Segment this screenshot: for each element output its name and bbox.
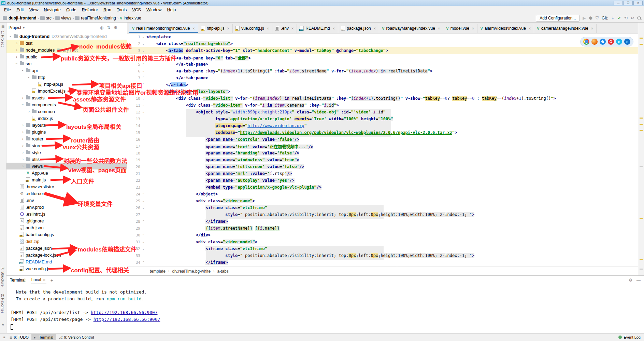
coverage-icon[interactable]: ⛉ [596,16,599,21]
tree-item-distzip[interactable]: dist.zip [6,238,127,245]
project-header[interactable]: Project ▼ ◎ ⇅ ⚙ — [6,23,127,33]
editor-tab[interactable]: VrealTimeMonitoring\index.vue✕ [129,24,198,33]
menu-view[interactable]: View [27,6,41,13]
breadcrumb-item[interactable]: realTimeMonitoring [75,16,116,21]
code-line[interactable]: 9⌄ <div class="flex-layouts"> [127,88,638,95]
code-line[interactable]: 30⌃ </div> [127,232,638,238]
chevron-icon[interactable]: › [21,130,25,134]
chevron-icon[interactable]: › [21,144,25,148]
code-line[interactable]: 31⌄ <div class="video-model"> [127,238,638,245]
editor-tab[interactable]: ValarmVideos\index.vue✕ [477,24,534,33]
chevron-icon[interactable]: › [27,109,31,113]
menu-navigate[interactable]: Navigate [41,6,63,13]
fold-marker[interactable]: ⌄ [140,206,146,209]
close-icon[interactable]: ✕ [43,278,45,282]
tree-item-assets[interactable]: ›assets [6,94,127,101]
code-line[interactable]: 24⌃ </object> [127,191,638,197]
tree-item-browserslistrc[interactable]: .browserslistrc [6,183,127,190]
breadcrumb-item[interactable]: src [40,16,52,21]
close-icon[interactable]: ✕ [291,27,294,30]
chevron-icon[interactable]: › [15,41,19,45]
code-line[interactable]: 26⌄ <iframe class="vlcIframe" [127,204,638,211]
locate-file-icon[interactable]: ◎ [100,25,103,30]
chevron-icon[interactable]: › [21,103,25,107]
fold-marker[interactable]: ⌄ [140,199,146,203]
menu-run[interactable]: Run [101,6,114,13]
collapse-all-icon[interactable]: ⇅ [107,25,110,30]
code-editor[interactable]: 1⌄<template>2⌄ <div class="realTime bg-w… [127,33,638,267]
chevron-icon[interactable]: › [21,123,25,127]
chevron-icon[interactable]: › [9,34,13,38]
code-line[interactable]: 29 {{item.streetName}} {{i.name}} [127,225,638,232]
tree-item-store[interactable]: ›store [6,142,127,149]
menu-window[interactable]: Window [144,6,164,13]
editor-tab[interactable]: VroadwayManage\index.vue✕ [379,24,443,33]
edge-icon[interactable]: e [624,39,630,45]
chevron-icon[interactable]: › [21,150,25,154]
tree-item-vueconfigjs[interactable]: vue.config.js [6,265,127,272]
tree-item-mainjs[interactable]: main.js [6,176,127,183]
code-line[interactable]: 33 style=" position:absolute;visibility:… [127,252,638,259]
editor-tab[interactable]: .env✕ [272,24,297,33]
chevron-icon[interactable]: › [15,62,19,66]
add-configuration-button[interactable]: Add Configuration... [536,15,579,22]
fold-marker[interactable]: ⌄ [140,69,146,73]
code-line[interactable]: 27 style=" position:absolute;visibility:… [127,211,638,218]
fold-marker[interactable]: ⌄ [140,97,146,100]
editor-tab[interactable]: VcameraManage\index.vue✕ [534,24,597,33]
search-everywhere-icon[interactable] [637,16,641,20]
fold-marker[interactable]: ⌃ [140,192,146,196]
code-line[interactable]: 28⌃ </iframe> [127,218,638,225]
fold-marker[interactable]: ⌄ [140,240,146,244]
maximize-button[interactable]: ❐ [624,1,633,5]
fold-marker[interactable]: ⌃ [140,76,146,80]
close-icon[interactable]: ✕ [192,27,195,30]
code-line[interactable]: 19 <param name="windowless" value="true"… [127,156,638,163]
chrome-icon[interactable] [583,39,589,45]
tree-item-duojifrontend[interactable]: ›duoji-frontendD:\zheheWeb\duoji-fronten… [6,33,127,40]
code-line[interactable]: 13 type='application/x-vlc-plugin' event… [127,115,638,122]
code-line[interactable]: 7⌃ </a-tab-pane> [127,74,638,81]
editor-breadcrumb[interactable]: template›div.realTime.bg-white›a-tabs [127,267,638,275]
code-line[interactable]: 15 codebase="http://downloads.videolan.o… [127,129,638,136]
tree-item-packagelockjson[interactable]: package-lock.json [6,251,127,258]
tree-item-components[interactable]: ›components [6,101,127,108]
tree-item-views[interactable]: ›views [6,163,127,169]
code-line[interactable]: 8⌃ </a-tabs> [127,81,638,88]
code-line[interactable]: 20 <param name='fullscreen' value='false… [127,163,638,170]
code-line[interactable]: 10⌄ <div class="video-list" v-for="(item… [127,95,638,102]
tree-item-api[interactable]: ›api [6,67,127,74]
fold-marker[interactable]: ⌄ [140,42,146,45]
gear-icon[interactable]: ⚙ [629,278,632,283]
editor-tab[interactable]: vue.config.js✕ [233,24,272,33]
tree-item-httpapijs[interactable]: http-api.js [6,81,127,87]
tree-item-envprod[interactable]: .env.prod [6,204,127,210]
code-line[interactable]: 3⌄ <a-tabs default-active-key="1" slot="… [127,47,638,54]
menu-file[interactable]: File [1,6,14,13]
tree-item-http[interactable]: ›http [6,74,127,81]
opera-icon[interactable]: O [608,39,614,45]
tree-item-nodemodules[interactable]: ›node_moduleslibrary root [6,46,127,53]
code-line[interactable]: 34⌃ </iframe> [127,259,638,266]
tree-item-common[interactable]: ›common [6,108,127,115]
fold-marker[interactable]: ⌄ [140,35,146,39]
fold-marker[interactable]: ⌄ [140,104,146,107]
menu-refactor[interactable]: Refactor [79,6,101,13]
editor-tab[interactable]: http-api.js✕ [198,24,233,33]
firefox-icon[interactable] [591,39,598,45]
tree-item-layouts[interactable]: ›layouts [6,122,127,128]
tool-button-project[interactable]: 1: Project [1,31,5,46]
close-icon[interactable]: ✕ [267,27,269,30]
close-icon[interactable]: ✕ [528,27,531,30]
code-line[interactable]: 21 <param name='mrl' :value='i.rtsp'/> [127,170,638,177]
menu-tools[interactable]: Tools [114,6,129,13]
error-stripe[interactable] [638,23,644,275]
tree-item-eslintrcjs[interactable]: .eslintrc.js [6,210,127,217]
git-commit-icon[interactable]: ✔ [618,16,621,21]
close-icon[interactable]: ✕ [472,27,474,30]
ie-icon[interactable]: e [616,39,622,45]
minimize-panel-icon[interactable]: — [636,278,641,283]
fold-marker[interactable]: ⌄ [140,49,146,52]
menu-vcs[interactable]: VCS [129,6,144,13]
close-icon[interactable]: ✕ [227,27,230,30]
